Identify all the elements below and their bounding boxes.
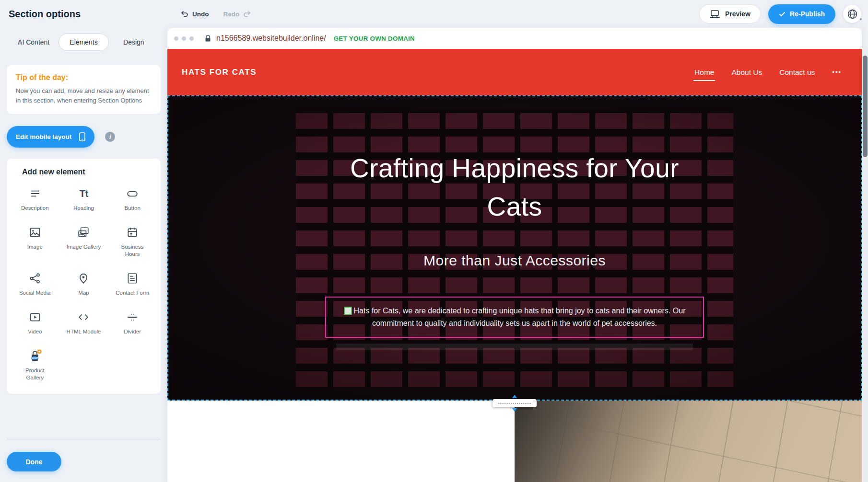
element-contact-form[interactable]: Contact Form	[108, 271, 157, 297]
business-hours-icon	[126, 225, 139, 240]
resize-arrow-down-icon	[512, 408, 517, 412]
next-section-photo[interactable]	[515, 401, 862, 482]
nav-more-icon[interactable]: •••	[832, 69, 842, 76]
element-social-media[interactable]: Social Media	[11, 271, 59, 297]
image-icon	[29, 225, 41, 240]
next-section-white-block[interactable]	[167, 401, 515, 482]
preview-button[interactable]: Preview	[699, 4, 761, 23]
heading-icon: Tt	[80, 186, 88, 201]
hero-paragraph[interactable]: Hats for Cats, we are dedicated to craft…	[354, 307, 686, 327]
site-url[interactable]: n1566589.websitebuilder.online/	[216, 34, 326, 43]
next-section	[167, 401, 862, 482]
redo-button[interactable]: Redo	[223, 11, 251, 18]
video-icon	[29, 310, 41, 325]
element-ghost-bar	[336, 344, 693, 350]
site-logo[interactable]: HATS FOR CATS	[182, 68, 257, 77]
resize-arrow-up-icon	[512, 395, 517, 398]
browser-bar: n1566589.websitebuilder.online/ GET YOUR…	[167, 28, 862, 49]
element-divider[interactable]: Divider	[108, 310, 157, 335]
globe-icon	[847, 9, 858, 20]
tab-elements[interactable]: Elements	[59, 34, 108, 51]
button-icon	[126, 186, 139, 201]
hero-content: Crafting Happiness for Your Cats More th…	[168, 96, 861, 400]
nav-item-about[interactable]: About Us	[731, 68, 762, 77]
page-scrollbar-thumb[interactable]	[863, 56, 868, 157]
sidebar-footer: Done	[7, 439, 161, 482]
section-options-sidebar: AI Content Elements Design Tip of the da…	[0, 28, 167, 482]
map-icon	[77, 271, 90, 286]
nav-item-home[interactable]: Home	[694, 68, 714, 77]
hero-section-selected[interactable]: Crafting Happiness for Your Cats More th…	[167, 95, 862, 401]
social-media-icon	[29, 271, 41, 286]
check-icon	[779, 11, 786, 17]
resize-pill	[493, 399, 537, 407]
description-icon	[29, 186, 41, 201]
selected-text-element[interactable]: Hats for Cats, we are dedicated to craft…	[325, 297, 704, 338]
tip-of-the-day-card: Tip of the day: Now you can add, move an…	[7, 65, 161, 114]
element-heading[interactable]: Tt Heading	[59, 186, 108, 212]
undo-button[interactable]: Undo	[181, 11, 209, 18]
site-nav: Home About Us Contact us •••	[694, 68, 842, 77]
element-business-hours[interactable]: Business Hours	[108, 225, 157, 258]
add-element-title: Add new element	[22, 168, 157, 176]
svg-text:SHOP: SHOP	[31, 356, 38, 359]
phone-icon	[79, 132, 85, 141]
element-grid: Description Tt Heading Button	[11, 186, 157, 381]
hero-subheading[interactable]: More than Just Accessories	[168, 252, 861, 269]
preview-label: Preview	[725, 10, 751, 18]
html-module-icon	[77, 310, 90, 325]
edit-mobile-row: Edit mobile layout	[7, 126, 161, 148]
element-image[interactable]: Image	[11, 225, 59, 258]
image-gallery-icon	[77, 225, 90, 240]
edit-mobile-label: Edit mobile layout	[16, 133, 71, 140]
site-preview-canvas: n1566589.websitebuilder.online/ GET YOUR…	[167, 28, 862, 482]
redo-label: Redo	[223, 11, 240, 18]
republish-label: Re-Publish	[790, 10, 825, 18]
element-button[interactable]: Button	[108, 186, 157, 212]
sidebar-tabs: AI Content Elements Design	[9, 34, 159, 51]
add-element-panel: Add new element Description Tt Heading	[7, 159, 161, 394]
topbar-actions: Preview Re-Publish	[699, 4, 868, 24]
element-map[interactable]: Map	[59, 271, 108, 297]
undo-label: Undo	[192, 11, 209, 18]
nav-item-contact[interactable]: Contact us	[779, 68, 815, 77]
contact-form-icon	[126, 271, 139, 286]
edit-mobile-layout-button[interactable]: Edit mobile layout	[7, 126, 94, 148]
republish-button[interactable]: Re-Publish	[768, 4, 835, 24]
element-resize-handle[interactable]	[344, 307, 352, 315]
language-globe-button[interactable]	[843, 5, 861, 23]
topbar: Section options Undo Redo Preview	[0, 0, 868, 28]
lock-icon	[205, 34, 211, 42]
tip-title: Tip of the day:	[16, 73, 152, 82]
product-gallery-icon: SHOP	[28, 348, 42, 364]
done-button[interactable]: Done	[7, 452, 61, 471]
window-dots	[174, 36, 197, 41]
laptop-icon	[709, 10, 720, 18]
element-product-gallery[interactable]: SHOP Product Gallery	[11, 348, 59, 381]
undo-icon	[181, 11, 188, 17]
redo-icon	[243, 11, 251, 17]
page-scrollbar-track[interactable]	[862, 48, 868, 482]
site-header[interactable]: HATS FOR CATS Home About Us Contact us •…	[167, 49, 862, 95]
element-image-gallery[interactable]: Image Gallery	[59, 225, 108, 258]
section-height-resize-handle[interactable]	[493, 395, 537, 412]
element-description[interactable]: Description	[11, 186, 59, 212]
info-icon[interactable]	[105, 132, 115, 142]
divider-icon	[126, 310, 139, 325]
page-title: Section options	[0, 9, 167, 20]
element-video[interactable]: Video	[11, 310, 59, 335]
tab-ai-content[interactable]: AI Content	[9, 34, 59, 51]
element-html-module[interactable]: HTML Module	[59, 310, 108, 335]
undo-redo-group: Undo Redo	[181, 11, 251, 18]
tab-design[interactable]: Design	[109, 34, 159, 51]
get-domain-link[interactable]: GET YOUR OWN DOMAIN	[334, 35, 415, 42]
sidebar-divider	[7, 439, 161, 439]
tip-body: Now you can add, move and resize any ele…	[16, 86, 152, 105]
hero-heading[interactable]: Crafting Happiness for Your Cats	[342, 149, 687, 226]
globe-badge-dot	[860, 18, 862, 20]
website-builder-app: Section options Undo Redo Preview	[0, 0, 868, 482]
